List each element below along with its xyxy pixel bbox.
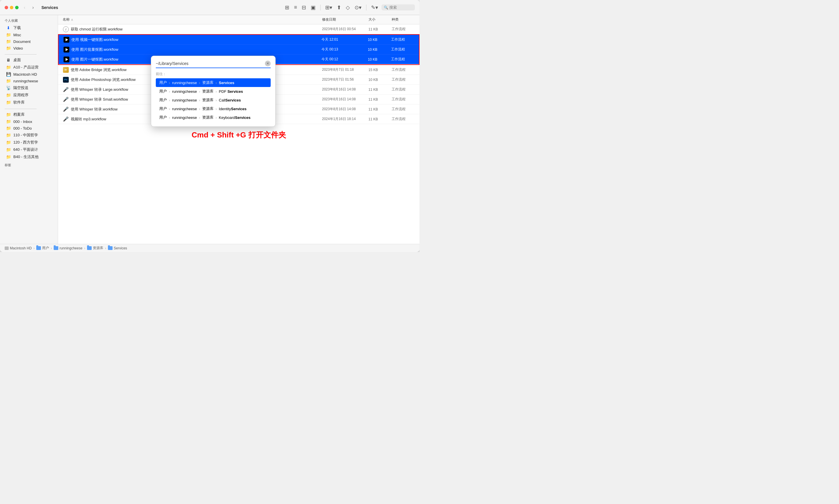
search-input[interactable] — [389, 5, 413, 10]
folder-icon: 📁 — [6, 147, 11, 152]
folder-icon — [108, 246, 112, 250]
file-type: 工作流程 — [391, 57, 414, 62]
file-size: 11 KB — [369, 27, 392, 31]
sidebar-section-personal: 个人收藏 — [0, 19, 58, 24]
breadcrumb-services[interactable]: Services — [108, 246, 127, 250]
downloads-icon: ⬇ — [6, 25, 11, 30]
traffic-lights — [5, 6, 19, 9]
sidebar-item-a10[interactable]: 📁 A10 - 产品运营 — [1, 64, 57, 71]
sidebar-item-archive[interactable]: 📁 档案库 — [1, 111, 57, 118]
close-button[interactable] — [5, 6, 8, 9]
breadcrumb-macintosh[interactable]: Macintosh HD — [5, 246, 32, 250]
content-area: 个人收藏 ⬇ 下载 📁 Misc 📁 Document 📁 Video ————… — [0, 15, 420, 244]
file-row[interactable]: 使用 图片批量抠图.workflow 今天 00:13 10 KB 工作流程 — [59, 44, 419, 55]
info-icon: i — [63, 26, 69, 32]
workflow-icon — [63, 57, 70, 62]
sidebar-item-china-phil[interactable]: 📁 110 - 中国哲学 — [1, 132, 57, 139]
divider — [320, 5, 321, 11]
sidebar-item-airdrop[interactable]: 📡 隔空投送 — [1, 84, 57, 91]
sidebar-item-downloads[interactable]: ⬇ 下载 — [1, 24, 57, 31]
sidebar-item-west-phil[interactable]: 📁 120 - 西方哲学 — [1, 139, 57, 146]
folder-icon: 📁 — [6, 112, 11, 117]
file-date: 2023年8月16日 14:08 — [322, 107, 369, 112]
folder-icon: 📁 — [6, 140, 11, 145]
file-date: 2023年8月7日 01:18 — [322, 67, 369, 72]
sidebar-item-label: 110 - 中国哲学 — [13, 132, 38, 138]
breadcrumb-library[interactable]: 资源库 — [87, 246, 103, 251]
autocomplete-item-3[interactable]: 用户 › runningcheese › 资源库 › CallServices — [156, 96, 271, 104]
edit-button[interactable]: ✎▾ — [370, 3, 379, 12]
file-type: 工作流程 — [392, 87, 415, 92]
group-button[interactable]: ⊞▾ — [324, 3, 333, 12]
share-button[interactable]: ⬆ — [336, 3, 342, 12]
file-row[interactable]: i 获取 chmod 运行权限.workflow 2023年8月16日 00:5… — [58, 24, 420, 34]
file-name: 获取 chmod 运行权限.workflow — [71, 27, 322, 32]
file-date: 2023年8月16日 14:08 — [322, 97, 369, 102]
hdd-icon: 💾 — [6, 72, 11, 76]
sidebar-item-life[interactable]: 📁 B40 - 生活其他 — [1, 154, 57, 160]
sidebar-item-label: Video — [13, 46, 23, 51]
sidebar-item-label: 应用程序 — [13, 92, 29, 98]
file-date: 2023年8月7日 01:56 — [322, 77, 369, 82]
sidebar-section-tags: 标签 — [0, 161, 58, 168]
sidebar-item-macintosh[interactable]: 💾 Macintosh HD — [1, 71, 57, 77]
bottom-bar: Macintosh HD › 用户 › runningcheese › 资源库 … — [0, 244, 420, 252]
icon-view-button[interactable]: ⊞ — [284, 3, 290, 12]
file-size: 10 KB — [369, 78, 392, 82]
breadcrumb-users[interactable]: 用户 — [36, 246, 49, 251]
sidebar-item-misc[interactable]: 📁 Misc — [1, 32, 57, 38]
column-view-button[interactable]: ⊟ — [301, 3, 307, 12]
file-size: 15 KB — [369, 68, 392, 72]
dialog-close-button[interactable]: ✕ — [265, 60, 271, 67]
file-row[interactable]: 使用 视频一键抠图.workflow 今天 12:01 10 KB 工作流程 — [59, 35, 419, 44]
autocomplete-item-1[interactable]: 用户 › runningcheese › 资源库 › Services — [156, 78, 271, 87]
sidebar-item-label: 下载 — [13, 25, 21, 31]
file-type: 工作流程 — [391, 47, 414, 52]
sidebar-item-todo[interactable]: 📁 000 - ToDo — [1, 125, 57, 131]
annotation-bottom: Cmd + Shift +G 打开文件夹 — [192, 130, 286, 140]
dialog-input[interactable] — [156, 61, 265, 66]
window-title: Services — [41, 5, 58, 10]
file-date: 2023年8月16日 00:54 — [322, 27, 369, 32]
back-button[interactable]: ‹ — [22, 4, 27, 11]
search-icon: 🔍 — [384, 5, 388, 10]
more-button[interactable]: ⊙▾ — [353, 3, 363, 12]
file-type: 工作流程 — [392, 107, 415, 112]
forward-button[interactable]: › — [31, 4, 35, 11]
file-name: 使用 视频一键抠图.workflow — [71, 37, 321, 42]
sidebar-item-label: 120 - 西方哲学 — [13, 140, 38, 145]
autocomplete-item-4[interactable]: 用户 › runningcheese › 资源库 › IdentityServi… — [156, 104, 271, 113]
sidebar-item-document[interactable]: 📁 Document — [1, 38, 57, 44]
gallery-view-button[interactable]: ▣ — [309, 3, 317, 12]
folder-icon: 📁 — [6, 65, 11, 70]
autocomplete-item-5[interactable]: 用户 › runningcheese › 资源库 › KeyboardServi… — [156, 113, 271, 122]
file-date: 今天 12:01 — [321, 37, 368, 42]
sidebar-item-software[interactable]: 📁 软件库 — [1, 99, 57, 106]
file-type: 工作流程 — [392, 27, 415, 32]
breadcrumb-label: 用户 — [42, 246, 49, 251]
sidebar-item-runningcheese[interactable]: 📁 runningcheese — [1, 78, 57, 84]
adobe-bridge-icon: Br — [63, 67, 69, 73]
breadcrumb-label: runningcheese — [59, 246, 83, 250]
file-size: 11 KB — [369, 88, 392, 92]
search-bar: 🔍 — [381, 4, 415, 11]
sidebar-item-apps[interactable]: 📁 应用程序 — [1, 92, 57, 98]
file-type: 工作流程 — [392, 97, 415, 102]
sidebar-item-design[interactable]: 📁 640 - 平面设计 — [1, 146, 57, 153]
list-view-button[interactable]: ≡ — [293, 3, 298, 12]
tag-button[interactable]: ◇ — [345, 3, 351, 12]
breadcrumb-runningcheese[interactable]: runningcheese — [54, 246, 83, 250]
maximize-button[interactable] — [15, 6, 19, 9]
file-size: 10 KB — [368, 48, 391, 52]
sidebar-item-label: Document — [13, 39, 31, 44]
sidebar-item-video[interactable]: 📁 Video — [1, 45, 57, 51]
sidebar-item-label: Macintosh HD — [13, 72, 37, 76]
toolbar-icons: ⊞ ≡ ⊟ ▣ ⊞▾ ⬆ ◇ ⊙▾ ✎▾ 🔍 — [284, 3, 415, 12]
file-size: 10 KB — [368, 38, 391, 42]
mic-icon: 🎤 — [63, 106, 69, 112]
autocomplete-item-2[interactable]: 用户 › runningcheese › 资源库 › PDF Services — [156, 87, 271, 96]
minimize-button[interactable] — [10, 6, 13, 9]
folder-icon: 📁 — [6, 100, 11, 105]
sidebar-item-desktop[interactable]: 🖥 桌面 — [1, 57, 57, 64]
sidebar-item-inbox[interactable]: 📁 000 - Inbox — [1, 118, 57, 125]
